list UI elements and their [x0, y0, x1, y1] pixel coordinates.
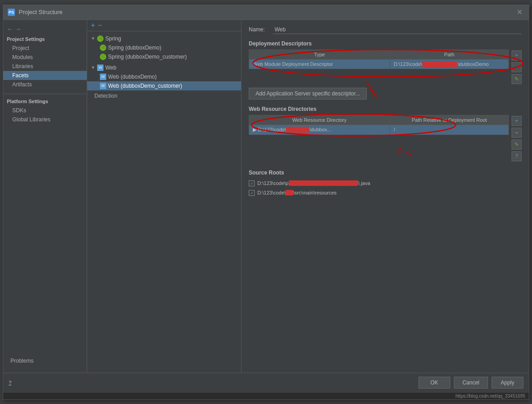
- deployment-table-relative: Type Path Web Module Deployment Descript…: [249, 50, 509, 69]
- source-root-path-2: D:\123\code\ng\src\main\resources: [257, 190, 337, 195]
- tree-leaf-spring-customer[interactable]: 🌿 Spring (dubboxDemo_customer): [87, 52, 241, 61]
- source-redacted-2: ng: [286, 190, 293, 195]
- col-path-header: Path: [390, 50, 508, 59]
- tree-toolbar: + −: [87, 20, 241, 31]
- svg-text:2: 2: [396, 145, 401, 155]
- deployment-add-button[interactable]: +: [512, 50, 522, 60]
- deployment-side-buttons: + − ✎: [512, 50, 522, 84]
- spring-leaf-icon-2: 🌿: [100, 54, 106, 60]
- source-root-checkbox-1[interactable]: [249, 180, 255, 186]
- wrd-table-row-1[interactable]: ▶ D:\123\code\█████\dubbox... /: [249, 125, 508, 135]
- source-root-item-1: D:\123\code\pge\dubboxDemo_customer\src\…: [249, 179, 522, 188]
- spring-group-label: Spring: [105, 35, 121, 42]
- detail-panel: Name: Web Deployment Descriptors Type: [241, 20, 529, 373]
- deployment-row1-path: D:\123\code\████████\dubboxDemo: [390, 60, 508, 69]
- help-link[interactable]: ?: [9, 380, 11, 385]
- tree-remove-button[interactable]: −: [98, 22, 102, 29]
- add-descriptor-button[interactable]: Add Application Server specific descript…: [249, 88, 367, 100]
- name-row: Name: Web: [249, 25, 522, 34]
- web-leaf-icon-1: W: [100, 74, 106, 80]
- wrd-side-buttons: + − ✎ ?: [512, 115, 522, 161]
- deployment-table: Type Path Web Module Deployment Descript…: [249, 50, 509, 69]
- tree-add-button[interactable]: +: [91, 22, 95, 29]
- deployment-table-row-1[interactable]: Web Module Deployment Descriptor D:\123\…: [249, 60, 508, 69]
- title-bar-left: PS Project Structure: [8, 9, 63, 16]
- detection-item[interactable]: Detection: [87, 91, 241, 100]
- sidebar-divider: [3, 94, 87, 94]
- project-settings-header: Project Settings: [3, 35, 87, 44]
- apply-button[interactable]: Apply: [492, 377, 523, 389]
- deployment-table-header: Type Path: [249, 50, 508, 60]
- wrd-col2-header: Path Relative to Deployment Root: [390, 115, 508, 125]
- wrd-table-relative: Web Resource Directory Path Relative to …: [249, 115, 509, 135]
- web-group-header[interactable]: ▼ W Web: [87, 63, 241, 72]
- sidebar-item-problems[interactable]: Problems: [7, 356, 83, 365]
- source-root-path-1: D:\123\code\pge\dubboxDemo_customer\src\…: [257, 180, 370, 186]
- source-root-checkbox-2[interactable]: [249, 190, 255, 196]
- dialog-title: Project Structure: [19, 9, 63, 15]
- platform-settings-header: Platform Settings: [3, 97, 87, 106]
- web-leaf-label-1: Web (dubboxDemo): [108, 74, 157, 80]
- title-bar: PS Project Structure ✕: [3, 5, 529, 20]
- name-label: Name:: [249, 26, 269, 33]
- ok-button[interactable]: OK: [419, 377, 450, 389]
- nav-back-button[interactable]: ←: [7, 25, 13, 33]
- app-icon: PS: [8, 9, 15, 16]
- tree-leaf-web-customer[interactable]: W Web (dubboxDemo_customer): [87, 81, 241, 90]
- wrd-remove-button[interactable]: −: [512, 128, 522, 138]
- tree-leaf-web-dubboxdemo[interactable]: W Web (dubboxDemo): [87, 72, 241, 81]
- sidebar-item-facets[interactable]: Facets: [3, 71, 87, 80]
- wrd-help-button[interactable]: ?: [512, 151, 522, 161]
- web-leaf-label-2: Web (dubboxDemo_customer): [108, 83, 182, 89]
- footer-bar: https://blog.csdn.net/qq_33451695: [3, 392, 529, 399]
- spring-leaf-label-1: Spring (dubboxDemo): [108, 45, 161, 51]
- col-type-header: Type: [249, 50, 390, 59]
- close-button[interactable]: ✕: [515, 8, 524, 17]
- web-group: ▼ W Web W Web (dubboxDemo) W Web (dubbox…: [87, 62, 241, 91]
- sidebar: ← → Project Settings Project Modules Lib…: [3, 20, 87, 373]
- detection-label: Detection: [94, 93, 118, 99]
- deployment-descriptors-label: Deployment Descriptors: [249, 40, 522, 47]
- web-group-label: Web: [105, 65, 116, 71]
- deployment-table-wrapper: Type Path Web Module Deployment Descript…: [249, 50, 509, 84]
- deployment-row1-type: Web Module Deployment Descriptor: [249, 60, 390, 69]
- source-roots-label: Source Roots: [249, 170, 522, 176]
- svg-line-1: [371, 90, 378, 97]
- deployment-remove-button[interactable]: −: [512, 62, 522, 72]
- footer-url: https://blog.csdn.net/qq_33451695: [456, 394, 525, 399]
- platform-settings-section: Platform Settings SDKs Global Libraries: [3, 97, 87, 124]
- cancel-button[interactable]: Cancel: [454, 377, 488, 389]
- wrd-table-header: Web Resource Directory Path Relative to …: [249, 115, 508, 125]
- deployment-descriptors-section: Type Path Web Module Deployment Descript…: [249, 50, 522, 84]
- bottom-bar: ? OK Cancel Apply: [3, 373, 529, 392]
- sidebar-item-sdks[interactable]: SDKs: [3, 106, 87, 115]
- sidebar-item-libraries[interactable]: Libraries: [3, 62, 87, 71]
- wrd-add-button[interactable]: +: [512, 116, 522, 126]
- nav-forward-button[interactable]: →: [15, 25, 21, 33]
- sidebar-item-artifacts[interactable]: Artifacts: [3, 80, 87, 89]
- spring-group: ▼ 🌿 Spring 🌿 Spring (dubboxDemo) 🌿 Sprin…: [87, 33, 241, 62]
- redacted-1: ████████: [422, 61, 458, 67]
- web-resource-label: Web Resource Directories: [249, 106, 522, 112]
- spring-group-icon: 🌿: [97, 35, 103, 42]
- tree-body: ▼ 🌿 Spring 🌿 Spring (dubboxDemo) 🌿 Sprin…: [87, 31, 241, 373]
- web-resource-wrapper: Web Resource Directory Path Relative to …: [249, 115, 522, 161]
- spring-leaf-icon-1: 🌿: [100, 45, 106, 51]
- tree-leaf-spring-dubboxdemo[interactable]: 🌿 Spring (dubboxDemo): [87, 43, 241, 52]
- detail-body: Name: Web Deployment Descriptors Type: [241, 20, 529, 373]
- deployment-edit-button[interactable]: ✎: [512, 74, 522, 84]
- wrd-table-wrapper: Web Resource Directory Path Relative to …: [249, 115, 509, 161]
- sidebar-item-project[interactable]: Project: [3, 44, 87, 53]
- project-structure-dialog: PS Project Structure ✕ ← → Project Setti…: [3, 5, 529, 400]
- nav-arrows: ← →: [3, 24, 87, 35]
- main-content: ← → Project Settings Project Modules Lib…: [3, 20, 529, 373]
- sidebar-item-global-libraries[interactable]: Global Libraries: [3, 115, 87, 124]
- wrd-edit-button[interactable]: ✎: [512, 140, 522, 150]
- spring-leaf-label-2: Spring (dubboxDemo_customer): [108, 54, 187, 60]
- project-settings-section: Project Settings Project Modules Librari…: [3, 35, 87, 89]
- spring-group-header[interactable]: ▼ 🌿 Spring: [87, 34, 241, 43]
- tree-panel: + − ▼ 🌿 Spring 🌿 Spring (dubboxDemo): [87, 20, 241, 373]
- wrd-row1-dir: ▶ D:\123\code\█████\dubbox...: [249, 125, 390, 135]
- web-group-icon: W: [97, 65, 103, 71]
- sidebar-item-modules[interactable]: Modules: [3, 53, 87, 62]
